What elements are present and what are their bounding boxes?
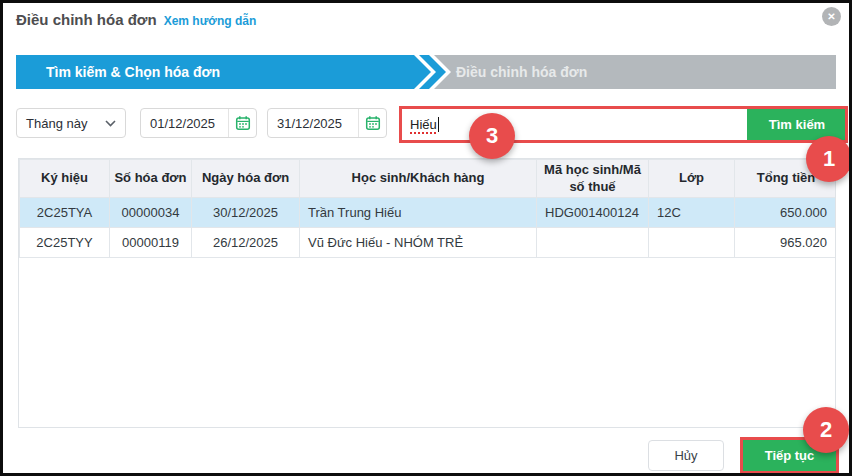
cell-lop: 12C (649, 198, 735, 228)
calendar-icon[interactable] (228, 109, 256, 137)
tab-step1-search-select[interactable]: Tìm kiếm & Chọn hóa đơn (46, 55, 220, 89)
callout-badge-1: 1 (806, 136, 852, 182)
date-to-value: 31/12/2025 (268, 116, 358, 131)
cell-ngay-hoa-don: 30/12/2025 (192, 198, 300, 228)
search-input-value: Hiếu (410, 117, 437, 132)
period-select-value: Tháng này (26, 116, 87, 131)
col-ngay-hoa-don[interactable]: Ngày hóa đơn (192, 160, 300, 198)
cell-so-hoa-don: 00000119 (110, 228, 192, 258)
dialog-title: Điều chỉnh hóa đơn (16, 11, 157, 28)
search-highlight-box: Hiếu Tìm kiếm (399, 106, 848, 143)
date-from-input[interactable]: 01/12/2025 (140, 108, 257, 138)
table-row-selected[interactable]: 2C25TYA 00000034 30/12/2025 Trần Trung H… (20, 198, 837, 228)
cell-ky-hieu: 2C25TYA (20, 198, 110, 228)
cell-tong-tien: 965.020 (735, 228, 837, 258)
cell-ma-hoc-sinh: HDG001400124 (537, 198, 649, 228)
cell-so-hoa-don: 00000034 (110, 198, 192, 228)
step-tabbar: Tìm kiếm & Chọn hóa đơn Điều chỉnh hóa đ… (16, 55, 836, 89)
cell-ngay-hoa-don: 26/12/2025 (192, 228, 300, 258)
table-header-row: Ký hiệu Số hóa đơn Ngày hóa đơn Học sinh… (20, 160, 837, 198)
text-caret (438, 117, 439, 132)
tab-step2-adjust[interactable]: Điều chỉnh hóa đơn (456, 55, 587, 89)
col-lop[interactable]: Lớp (649, 160, 735, 198)
cell-tong-tien: 650.000 (735, 198, 837, 228)
search-input[interactable]: Hiếu (402, 109, 747, 140)
invoice-adjust-dialog: Điều chỉnh hóa đơn Xem hướng dẫn ✕ Tìm k… (0, 0, 852, 476)
invoice-table: Ký hiệu Số hóa đơn Ngày hóa đơn Học sinh… (18, 158, 836, 428)
col-ky-hieu[interactable]: Ký hiệu (20, 160, 110, 198)
col-ma-hoc-sinh[interactable]: Mã học sinh/Mã số thuế (537, 160, 649, 198)
chevron-down-icon (105, 120, 116, 127)
date-from-value: 01/12/2025 (141, 116, 228, 131)
col-so-hoa-don[interactable]: Số hóa đơn (110, 160, 192, 198)
table-row[interactable]: 2C25TYY 00000119 26/12/2025 Vũ Đức Hiếu … (20, 228, 837, 258)
cell-hoc-sinh: Vũ Đức Hiếu - NHÓM TRẺ (300, 228, 537, 258)
period-select[interactable]: Tháng này (16, 108, 126, 138)
col-hoc-sinh[interactable]: Học sinh/Khách hàng (300, 160, 537, 198)
dialog-header: Điều chỉnh hóa đơn Xem hướng dẫn (16, 11, 256, 28)
close-icon[interactable]: ✕ (822, 7, 841, 26)
view-guide-link[interactable]: Xem hướng dẫn (164, 14, 257, 28)
calendar-icon[interactable] (358, 109, 386, 137)
cell-lop (649, 228, 735, 258)
cell-ma-hoc-sinh (537, 228, 649, 258)
date-to-input[interactable]: 31/12/2025 (267, 108, 387, 138)
cell-ky-hieu: 2C25TYY (20, 228, 110, 258)
cancel-button[interactable]: Hủy (648, 440, 724, 471)
cell-hoc-sinh: Trần Trung Hiếu (300, 198, 537, 228)
callout-badge-3: 3 (469, 113, 515, 159)
callout-badge-2: 2 (803, 407, 849, 453)
